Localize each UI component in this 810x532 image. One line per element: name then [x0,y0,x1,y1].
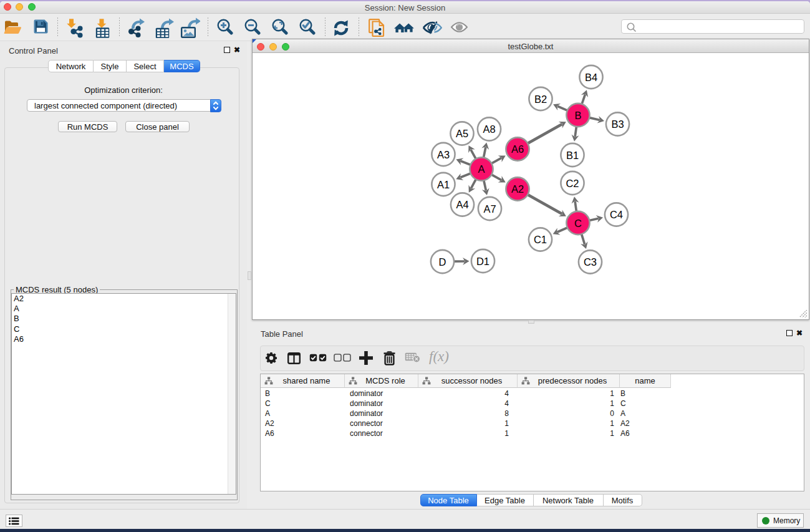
svg-text:A2: A2 [511,183,524,195]
svg-text:C1: C1 [534,234,547,245]
svg-text:A4: A4 [456,199,468,210]
svg-text:A6: A6 [511,143,524,155]
svg-text:A: A [478,163,485,175]
svg-text:B: B [574,110,581,121]
svg-text:D1: D1 [476,256,489,267]
svg-text:A7: A7 [483,203,496,215]
svg-text:C3: C3 [584,256,597,268]
svg-text:A8: A8 [483,123,495,135]
svg-text:B1: B1 [566,150,579,161]
svg-text:A5: A5 [456,128,468,139]
svg-text:B4: B4 [585,72,597,83]
svg-text:A3: A3 [437,149,450,160]
svg-text:B2: B2 [534,94,547,105]
svg-text:C4: C4 [610,209,623,220]
svg-text:D: D [439,256,446,268]
svg-text:C: C [574,218,582,229]
svg-text:B3: B3 [611,118,624,130]
svg-text:A1: A1 [437,179,450,190]
svg-text:C2: C2 [566,178,579,189]
